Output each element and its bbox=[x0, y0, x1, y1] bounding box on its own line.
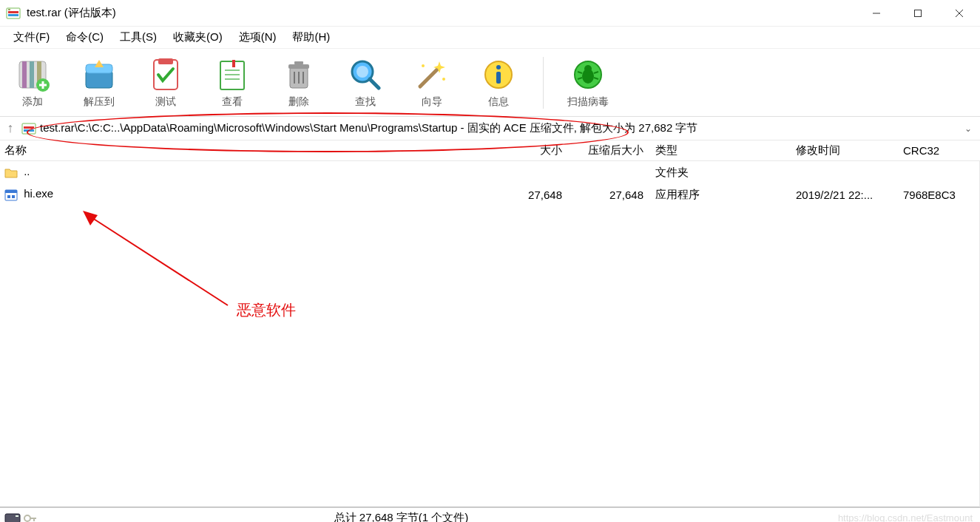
svg-rect-5 bbox=[915, 10, 922, 16]
svg-rect-50 bbox=[5, 190, 17, 193]
column-headers: 名称 大小 压缩后大小 类型 修改时间 CRC32 bbox=[0, 140, 980, 161]
titlebar: test.rar (评估版本) bbox=[0, 0, 980, 27]
svg-rect-48 bbox=[24, 129, 34, 132]
svg-rect-3 bbox=[8, 9, 10, 10]
pathbar: ↑ test.rar\C:\C:C:..\AppData\Roaming\Mic… bbox=[0, 117, 980, 140]
svg-rect-53 bbox=[5, 514, 20, 523]
toolbar-separator bbox=[543, 57, 544, 109]
tb-virus[interactable]: 扫描病毒 bbox=[566, 57, 610, 109]
statusbar: 总计 27,648 字节(1 个文件) https://blog.csdn.ne… bbox=[0, 507, 980, 522]
view-icon bbox=[214, 57, 250, 92]
svg-rect-51 bbox=[7, 195, 10, 198]
status-icons bbox=[0, 513, 44, 523]
tb-test-label: 测试 bbox=[155, 95, 176, 109]
col-packed[interactable]: 压缩后大小 bbox=[570, 143, 651, 157]
app-icon bbox=[6, 6, 21, 21]
col-mtime[interactable]: 修改时间 bbox=[791, 143, 899, 157]
tb-delete[interactable]: 删除 bbox=[277, 57, 321, 109]
svg-rect-28 bbox=[288, 64, 309, 69]
svg-rect-18 bbox=[158, 58, 173, 64]
svg-rect-52 bbox=[12, 195, 15, 198]
delete-icon bbox=[281, 57, 317, 92]
file-packed: 27,648 bbox=[570, 189, 651, 201]
svg-rect-9 bbox=[22, 61, 27, 88]
find-icon bbox=[348, 57, 383, 92]
col-size[interactable]: 大小 bbox=[496, 143, 570, 157]
up-arrow-icon[interactable]: ↑ bbox=[3, 121, 18, 136]
tb-info-label: 信息 bbox=[488, 95, 509, 109]
svg-point-34 bbox=[422, 64, 425, 67]
svg-rect-20 bbox=[232, 60, 235, 67]
file-mtime: 2019/2/21 22:... bbox=[791, 189, 899, 201]
window-controls bbox=[856, 0, 980, 27]
tb-find-label: 查找 bbox=[355, 95, 376, 109]
status-summary: 总计 27,648 字节(1 个文件) bbox=[44, 511, 758, 522]
test-icon bbox=[148, 57, 183, 92]
toolbar: 添加 解压到 测试 bbox=[0, 49, 980, 117]
tb-add[interactable]: 添加 bbox=[10, 57, 55, 109]
tb-extract[interactable]: 解压到 bbox=[77, 57, 121, 109]
menu-help[interactable]: 帮助(H) bbox=[285, 27, 337, 47]
col-type[interactable]: 类型 bbox=[651, 143, 791, 157]
svg-point-35 bbox=[442, 78, 445, 81]
minimize-button[interactable] bbox=[856, 0, 897, 27]
svg-rect-29 bbox=[294, 61, 303, 64]
extract-icon bbox=[81, 57, 117, 92]
svg-point-41 bbox=[584, 65, 592, 72]
menu-fav[interactable]: 收藏夹(O) bbox=[166, 27, 230, 47]
menu-file[interactable]: 文件(F) bbox=[6, 27, 57, 47]
svg-rect-38 bbox=[496, 72, 501, 84]
file-name: hi.exe bbox=[24, 187, 53, 200]
tb-add-label: 添加 bbox=[22, 95, 43, 109]
file-crc: 7968E8C3 bbox=[899, 189, 969, 201]
list-item[interactable]: .. 文件夹 bbox=[0, 161, 979, 183]
svg-point-31 bbox=[356, 66, 368, 78]
svg-line-33 bbox=[420, 67, 439, 87]
virus-icon bbox=[570, 57, 606, 92]
svg-rect-1 bbox=[8, 11, 18, 13]
file-type: 应用程序 bbox=[651, 188, 791, 202]
path-dropdown-icon[interactable]: ⌄ bbox=[959, 123, 977, 134]
add-icon bbox=[15, 57, 50, 92]
tb-extract-label: 解压到 bbox=[84, 95, 115, 109]
menu-cmd[interactable]: 命令(C) bbox=[58, 27, 111, 47]
tb-wizard-label: 向导 bbox=[422, 95, 442, 109]
tb-test[interactable]: 测试 bbox=[143, 57, 188, 109]
tb-virus-label: 扫描病毒 bbox=[567, 95, 609, 109]
menu-opts[interactable]: 选项(N) bbox=[232, 27, 284, 47]
tb-view[interactable]: 查看 bbox=[210, 57, 254, 109]
maximize-button[interactable] bbox=[897, 0, 939, 27]
col-name[interactable]: 名称 bbox=[0, 143, 496, 157]
svg-point-55 bbox=[24, 515, 30, 521]
info-icon bbox=[481, 57, 516, 92]
tb-find[interactable]: 查找 bbox=[343, 57, 388, 109]
close-button[interactable] bbox=[939, 0, 980, 27]
folder-icon bbox=[4, 166, 18, 180]
svg-line-32 bbox=[370, 79, 379, 88]
list-item[interactable]: hi.exe 27,648 27,648 应用程序 2019/2/21 22:.… bbox=[0, 183, 979, 206]
window-title: test.rar (评估版本) bbox=[27, 6, 116, 20]
col-crc[interactable]: CRC32 bbox=[899, 144, 969, 157]
tb-wizard[interactable]: 向导 bbox=[410, 57, 454, 109]
file-type: 文件夹 bbox=[651, 166, 791, 180]
tb-view-label: 查看 bbox=[222, 95, 243, 109]
tb-info[interactable]: 信息 bbox=[476, 57, 521, 109]
wizard-icon bbox=[414, 57, 450, 92]
svg-rect-54 bbox=[16, 515, 18, 517]
svg-rect-10 bbox=[30, 61, 34, 88]
svg-rect-2 bbox=[8, 14, 18, 16]
key-icon bbox=[24, 513, 37, 523]
svg-point-37 bbox=[496, 65, 501, 70]
tb-delete-label: 删除 bbox=[288, 95, 309, 109]
file-name: .. bbox=[24, 165, 30, 177]
status-watermark: https://blog.csdn.net/Eastmount bbox=[758, 512, 980, 522]
exe-icon bbox=[4, 189, 18, 202]
svg-rect-47 bbox=[24, 126, 34, 129]
menubar: 文件(F) 命令(C) 工具(S) 收藏夹(O) 选项(N) 帮助(H) bbox=[0, 27, 980, 49]
file-list[interactable]: .. 文件夹 hi.exe 27,648 27,648 应用程序 2019/2/… bbox=[0, 161, 980, 507]
archive-icon bbox=[21, 121, 37, 137]
menu-tools[interactable]: 工具(S) bbox=[112, 27, 164, 47]
path-text[interactable]: test.rar\C:\C:C:..\AppData\Roaming\Micro… bbox=[40, 121, 959, 135]
file-size: 27,648 bbox=[496, 189, 570, 201]
disk-icon bbox=[4, 513, 21, 523]
